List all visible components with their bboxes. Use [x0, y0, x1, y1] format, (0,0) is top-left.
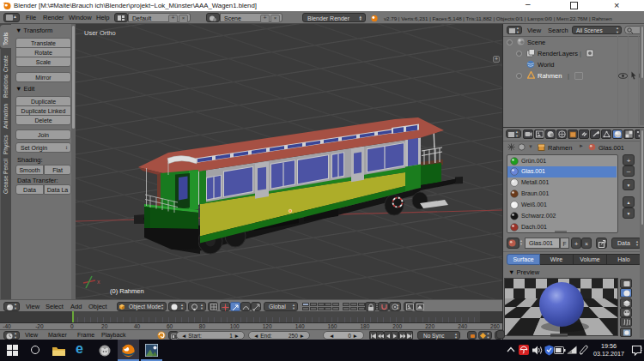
- svg-text:x: x: [97, 279, 100, 285]
